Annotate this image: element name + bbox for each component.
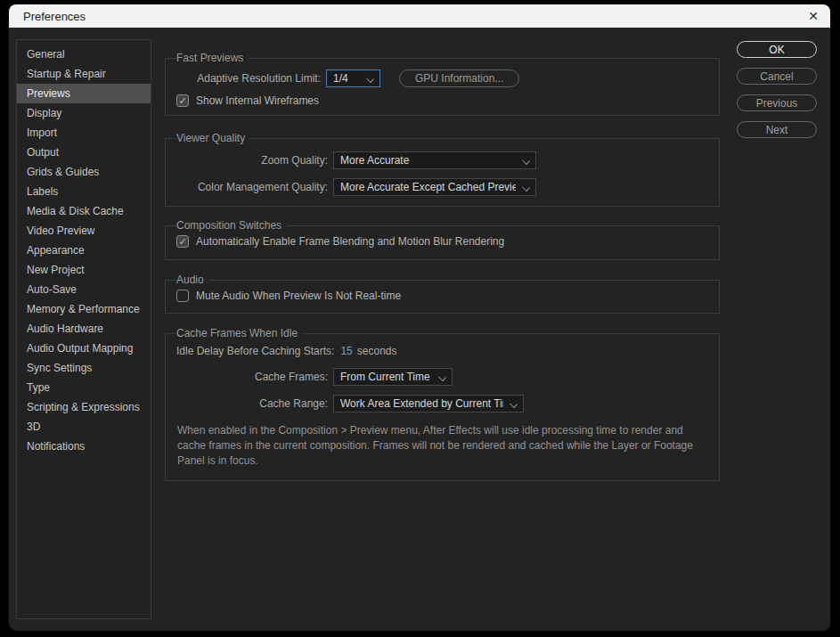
sidebar-item-audio-output-mapping[interactable]: Audio Output Mapping (17, 339, 151, 358)
section-fast-previews: Fast Previews Adaptive Resolution Limit:… (165, 52, 720, 116)
adaptive-resolution-label: Adaptive Resolution Limit: (176, 72, 321, 85)
sidebar-item-appearance[interactable]: Appearance (17, 241, 151, 260)
gpu-information-button[interactable]: GPU Information... (399, 69, 519, 87)
cancel-button[interactable]: Cancel (737, 68, 817, 85)
color-management-quality-dropdown[interactable]: More Accurate Except Cached Preview (333, 178, 536, 196)
zoom-quality-label: Zoom Quality: (176, 154, 328, 167)
sidebar-item-media-disk-cache[interactable]: Media & Disk Cache (17, 201, 151, 221)
cache-frames-dropdown[interactable]: From Current Time (333, 368, 453, 386)
sidebar: General Startup & Repair Previews Displa… (16, 39, 151, 619)
window-title: Preferences (23, 10, 86, 23)
color-management-quality-label: Color Management Quality: (176, 181, 328, 193)
section-title-composition-switches: Composition Switches (176, 219, 287, 232)
section-composition-switches: Composition Switches ✓ Automatically Ena… (165, 219, 720, 260)
section-title-fast-previews: Fast Previews (176, 52, 249, 64)
mute-audio-checkbox[interactable]: ✓ (176, 290, 189, 302)
mute-audio-label: Mute Audio When Preview Is Not Real-time (196, 290, 401, 302)
cache-frames-label: Cache Frames: (176, 371, 328, 383)
chevron-down-icon (439, 373, 446, 380)
idle-delay-label: Idle Delay Before Caching Starts: (176, 345, 334, 357)
check-icon: ✓ (178, 236, 186, 246)
adaptive-resolution-value: 1/4 (333, 72, 360, 85)
next-button[interactable]: Next (737, 121, 817, 138)
sidebar-item-sync-settings[interactable]: Sync Settings (17, 358, 151, 378)
cache-frames-value: From Current Time (340, 371, 432, 383)
auto-enable-frame-blending-label: Automatically Enable Frame Blending and … (196, 235, 504, 248)
preferences-dialog: Preferences ✕ General Startup & Repair P… (9, 4, 830, 631)
close-icon[interactable]: ✕ (802, 4, 825, 28)
sidebar-item-general[interactable]: General (17, 45, 151, 64)
sidebar-item-3d[interactable]: 3D (17, 417, 151, 437)
sidebar-item-notifications[interactable]: Notifications (17, 437, 151, 456)
section-viewer-quality: Viewer Quality Zoom Quality: More Accura… (165, 132, 720, 207)
section-cache-frames-when-idle: Cache Frames When Idle Idle Delay Before… (165, 327, 720, 481)
chevron-down-icon (523, 157, 530, 164)
adaptive-resolution-dropdown[interactable]: 1/4 (326, 69, 380, 87)
ok-button[interactable]: OK (737, 41, 817, 58)
sidebar-item-auto-save[interactable]: Auto-Save (17, 280, 151, 299)
previous-button[interactable]: Previous (737, 94, 817, 111)
sidebar-item-import[interactable]: Import (17, 123, 151, 143)
chevron-down-icon (523, 184, 530, 191)
sidebar-item-labels[interactable]: Labels (17, 182, 151, 201)
cache-range-dropdown[interactable]: Work Area Extended by Current Time (333, 395, 524, 412)
sidebar-item-startup-repair[interactable]: Startup & Repair (17, 64, 151, 84)
show-internal-wireframes-checkbox[interactable]: ✓ (176, 94, 189, 107)
sidebar-item-output[interactable]: Output (17, 143, 151, 162)
sidebar-item-scripting-expressions[interactable]: Scripting & Expressions (17, 397, 151, 417)
check-icon: ✓ (178, 95, 186, 105)
titlebar[interactable]: Preferences ✕ (9, 4, 830, 28)
section-title-cache-frames: Cache Frames When Idle (176, 327, 303, 339)
idle-delay-unit: seconds (357, 345, 397, 357)
sidebar-item-display[interactable]: Display (17, 103, 151, 123)
cache-range-value: Work Area Extended by Current Time (340, 397, 503, 410)
sidebar-item-previews[interactable]: Previews (17, 84, 151, 103)
sidebar-item-new-project[interactable]: New Project (17, 260, 151, 280)
section-title-audio: Audio (176, 274, 209, 286)
sidebar-item-video-preview[interactable]: Video Preview (17, 221, 151, 241)
sidebar-item-grids-guides[interactable]: Grids & Guides (17, 162, 151, 182)
zoom-quality-dropdown[interactable]: More Accurate (333, 151, 536, 169)
section-audio: Audio ✓ Mute Audio When Preview Is Not R… (165, 274, 720, 314)
color-management-quality-value: More Accurate Except Cached Preview (340, 181, 516, 193)
show-internal-wireframes-label: Show Internal Wireframes (196, 94, 319, 107)
cache-description: When enabled in the Composition > Previe… (177, 423, 694, 469)
idle-delay-value[interactable]: 15 (340, 345, 352, 357)
cache-range-label: Cache Range: (176, 397, 328, 410)
chevron-down-icon (510, 400, 518, 407)
chevron-down-icon (367, 75, 374, 82)
sidebar-item-memory-performance[interactable]: Memory & Performance (17, 299, 151, 319)
auto-enable-frame-blending-checkbox[interactable]: ✓ (176, 235, 189, 248)
zoom-quality-value: More Accurate (340, 154, 516, 167)
sidebar-item-type[interactable]: Type (17, 378, 151, 397)
sidebar-item-audio-hardware[interactable]: Audio Hardware (17, 319, 151, 339)
section-title-viewer-quality: Viewer Quality (176, 132, 250, 144)
